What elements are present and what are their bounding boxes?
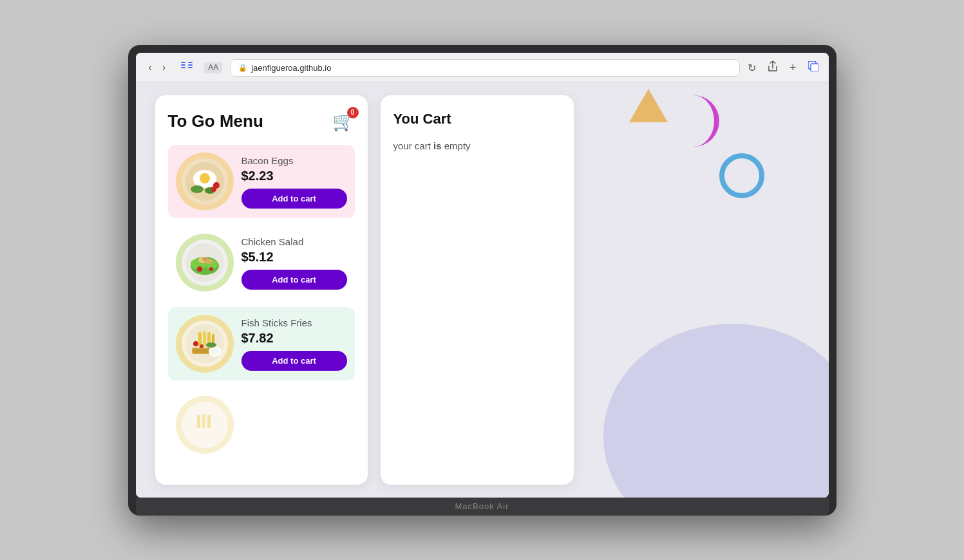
laptop-screen: ‹ › AA 🔒 jaenfigueroa bbox=[136, 53, 829, 498]
svg-rect-41 bbox=[202, 414, 205, 428]
svg-rect-25 bbox=[202, 257, 207, 261]
add-tab-icon[interactable]: + bbox=[789, 61, 797, 75]
bg-circle-outline bbox=[719, 153, 764, 198]
svg-point-15 bbox=[211, 187, 216, 192]
aa-button[interactable]: AA bbox=[204, 62, 222, 73]
lock-icon: 🔒 bbox=[238, 64, 247, 72]
reload-icon[interactable]: ↻ bbox=[748, 62, 756, 74]
svg-rect-29 bbox=[203, 331, 206, 346]
item-price-fish-sticks-fries: $7.82 bbox=[241, 331, 347, 346]
menu-card: To Go Menu 🛒 0 bbox=[155, 95, 368, 485]
svg-point-37 bbox=[200, 344, 203, 348]
item-details-bacon-eggs: Bacon Eggs $2.23 Add to cart bbox=[241, 153, 347, 209]
item-details-chicken-salad: Chicken Salad $5.12 Add to cart bbox=[241, 234, 347, 290]
item-price-bacon-eggs: $2.23 bbox=[241, 169, 347, 183]
tabs-icon[interactable] bbox=[808, 61, 818, 74]
bg-purple-blob bbox=[603, 324, 829, 498]
cart-title: You Cart bbox=[393, 111, 561, 127]
add-to-cart-chicken-salad[interactable]: Add to cart bbox=[241, 270, 347, 290]
item-details-fish-sticks-fries: Fish Sticks Fries $7.82 Add to cart bbox=[241, 315, 347, 371]
forward-button[interactable]: › bbox=[160, 61, 168, 75]
item-price-chicken-salad: $5.12 bbox=[241, 250, 347, 265]
food-image-partial bbox=[176, 396, 234, 454]
menu-title: To Go Menu bbox=[168, 111, 263, 131]
svg-rect-3 bbox=[188, 62, 193, 63]
bg-pink-curve bbox=[681, 95, 719, 147]
svg-point-12 bbox=[191, 185, 203, 193]
item-name-bacon-eggs: Bacon Eggs bbox=[241, 155, 347, 166]
svg-rect-7 bbox=[811, 64, 818, 71]
food-image-bacon-eggs bbox=[176, 153, 234, 210]
address-bar[interactable]: 🔒 jaenfigueroa.github.io bbox=[230, 59, 740, 77]
svg-rect-2 bbox=[181, 67, 185, 68]
browser-nav: ‹ › bbox=[146, 61, 169, 75]
url-text: jaenfigueroa.github.io bbox=[251, 63, 331, 73]
svg-rect-40 bbox=[197, 415, 200, 428]
svg-point-11 bbox=[200, 173, 210, 183]
macbook-label: MacBook Air bbox=[455, 501, 509, 511]
svg-rect-0 bbox=[181, 62, 185, 63]
svg-rect-42 bbox=[207, 415, 211, 428]
add-to-cart-bacon-eggs[interactable]: Add to cart bbox=[241, 189, 347, 209]
svg-point-38 bbox=[206, 342, 216, 348]
svg-rect-28 bbox=[198, 332, 202, 346]
menu-item-fish-sticks-fries: Fish Sticks Fries $7.82 Add to cart bbox=[168, 307, 355, 380]
browser-left-icons: AA bbox=[181, 62, 222, 73]
svg-point-35 bbox=[210, 348, 220, 355]
cart-card: You Cart your cart is empty bbox=[381, 95, 574, 485]
cart-button[interactable]: 🛒 0 bbox=[332, 111, 355, 132]
cart-empty-text-bold: is bbox=[433, 140, 442, 151]
laptop-frame: ‹ › AA 🔒 jaenfigueroa bbox=[128, 45, 836, 516]
svg-rect-4 bbox=[188, 64, 193, 66]
svg-rect-33 bbox=[193, 349, 210, 353]
menu-item-bacon-eggs: Bacon Eggs $2.23 Add to cart bbox=[168, 145, 355, 218]
item-name-chicken-salad: Chicken Salad bbox=[241, 236, 347, 247]
food-image-fish-sticks-fries bbox=[176, 315, 234, 373]
laptop-bottom-bar: MacBook Air bbox=[136, 498, 829, 516]
share-icon[interactable] bbox=[768, 61, 778, 75]
menu-item-chicken-salad: Chicken Salad $5.12 Add to cart bbox=[168, 226, 355, 299]
menu-item-partial bbox=[168, 388, 355, 462]
menu-header: To Go Menu 🛒 0 bbox=[168, 111, 355, 132]
cart-empty-text-2: empty bbox=[444, 140, 471, 151]
food-image-chicken-salad bbox=[176, 234, 234, 292]
svg-point-24 bbox=[209, 267, 213, 271]
svg-rect-1 bbox=[181, 64, 185, 66]
browser-chrome: ‹ › AA 🔒 jaenfigueroa bbox=[136, 53, 829, 82]
svg-rect-5 bbox=[188, 67, 193, 68]
svg-point-36 bbox=[193, 341, 198, 346]
cart-empty-text-1: your cart bbox=[393, 140, 431, 151]
add-to-cart-fish-sticks-fries[interactable]: Add to cart bbox=[241, 351, 347, 371]
bg-triangle bbox=[629, 89, 668, 122]
back-button[interactable]: ‹ bbox=[146, 61, 155, 75]
svg-point-23 bbox=[197, 266, 202, 272]
item-name-fish-sticks-fries: Fish Sticks Fries bbox=[241, 317, 347, 328]
cart-badge: 0 bbox=[347, 107, 359, 118]
reader-icon[interactable] bbox=[181, 62, 193, 73]
cart-empty-text: your cart is empty bbox=[393, 140, 561, 151]
browser-right-icons: ↻ + bbox=[748, 61, 818, 75]
browser-content: To Go Menu 🛒 0 bbox=[136, 82, 829, 498]
